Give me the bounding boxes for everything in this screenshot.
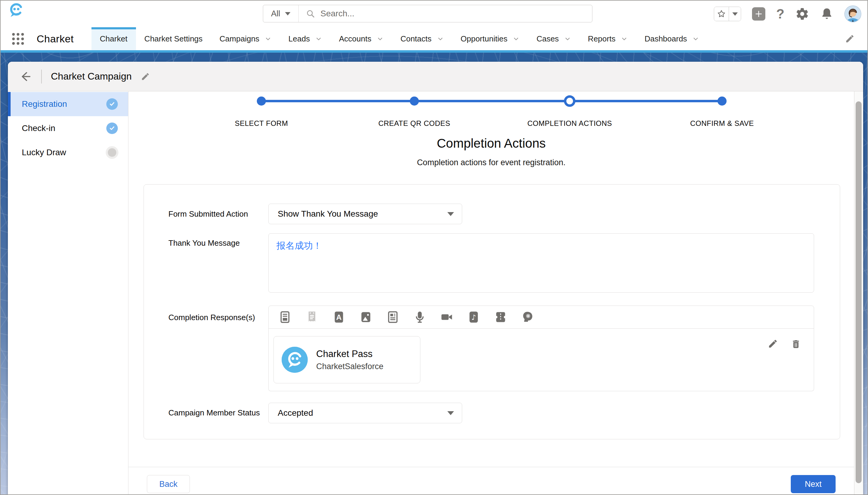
brand-strip xyxy=(1,50,867,53)
app-nav-bar: Charket Charket Charket Settings Campaig… xyxy=(1,27,867,50)
help-button[interactable]: ? xyxy=(776,7,784,21)
progress-stepper: SELECT FORM CREATE QR CODES COMPLETION A… xyxy=(128,91,854,134)
wizard-sidebar: Registration Check-in Lucky Draw xyxy=(8,91,128,495)
pencil-icon xyxy=(768,339,778,349)
sidebar-item-lucky-draw[interactable]: Lucky Draw xyxy=(8,140,128,165)
step-dot-completion-actions xyxy=(564,95,575,107)
notifications-button[interactable] xyxy=(820,7,834,21)
form-response-icon[interactable] xyxy=(278,310,292,324)
tab-charket[interactable]: Charket xyxy=(92,27,136,50)
app-name: Charket xyxy=(37,33,74,45)
campaign-member-status-select[interactable]: Accepted xyxy=(268,403,462,423)
trash-icon xyxy=(791,339,801,349)
video-response-icon[interactable] xyxy=(440,310,453,324)
response-item-title: Charket Pass xyxy=(316,348,383,359)
favorites-star-button[interactable] xyxy=(714,7,729,21)
chevron-down-icon[interactable] xyxy=(377,35,383,42)
chevron-down-icon[interactable] xyxy=(315,35,322,42)
divider xyxy=(41,70,42,84)
tab-contacts[interactable]: Contacts xyxy=(392,27,452,50)
search-input[interactable] xyxy=(321,9,585,18)
global-actions-button[interactable] xyxy=(752,7,765,21)
charket-logo-icon xyxy=(9,2,24,18)
sidebar-item-label: Check-in xyxy=(22,123,55,133)
tab-reports[interactable]: Reports xyxy=(579,27,636,50)
page-title: Charket Campaign xyxy=(51,71,132,82)
step-label: COMPLETION ACTIONS xyxy=(527,119,612,128)
delete-response-button[interactable] xyxy=(791,339,801,349)
svg-text:♪: ♪ xyxy=(471,313,476,322)
response-item-charket-pass[interactable]: Charket Pass CharketSalesforce xyxy=(274,336,420,383)
page-card: Charket Campaign Registration xyxy=(8,62,863,495)
check-circle-icon xyxy=(106,98,118,110)
back-button[interactable] xyxy=(19,70,32,83)
chevron-down-icon[interactable] xyxy=(564,35,571,42)
card-body: Registration Check-in Lucky Draw xyxy=(8,91,863,495)
completion-responses-label: Completion Response(s) xyxy=(168,313,255,322)
pencil-icon xyxy=(845,34,855,44)
app-launcher-icon[interactable] xyxy=(12,33,24,45)
header-actions: ? xyxy=(714,1,861,27)
tab-opportunities[interactable]: Opportunities xyxy=(452,27,528,50)
chevron-down-icon[interactable] xyxy=(437,35,444,42)
response-item-actions xyxy=(768,339,801,349)
search-input-wrap xyxy=(299,5,592,22)
tab-leads[interactable]: Leads xyxy=(280,27,330,50)
wizard-main: SELECT FORM CREATE QR CODES COMPLETION A… xyxy=(128,91,854,495)
sidebar-item-check-in[interactable]: Check-in xyxy=(8,116,128,140)
smart-reply-response-icon[interactable] xyxy=(521,310,534,324)
chevron-down-icon[interactable] xyxy=(513,35,520,42)
thank-you-message-label: Thank You Message xyxy=(168,238,240,248)
charket-pass-logo-icon xyxy=(282,347,308,373)
sidebar-item-label: Registration xyxy=(22,99,67,109)
step-dot-create-qr-codes xyxy=(410,97,419,106)
step-subtitle: Completion actions for event registratio… xyxy=(128,158,854,167)
chevron-down-icon[interactable] xyxy=(692,35,699,42)
chevron-down-icon[interactable] xyxy=(621,35,627,42)
music-response-icon[interactable]: ♪ xyxy=(467,310,480,324)
edit-response-button[interactable] xyxy=(768,339,778,349)
scrollbar-thumb[interactable] xyxy=(856,101,862,483)
coupon-response-icon[interactable] xyxy=(494,310,507,324)
tab-dashboards[interactable]: Dashboards xyxy=(636,27,707,50)
sidebar-item-registration[interactable]: Registration xyxy=(8,92,128,116)
step-label: SELECT FORM xyxy=(235,119,288,128)
article-response-icon[interactable] xyxy=(386,310,399,324)
chevron-down-icon[interactable] xyxy=(265,35,272,42)
setup-button[interactable] xyxy=(795,7,809,21)
step-dot-confirm-save xyxy=(718,97,726,106)
receipt-response-icon[interactable] xyxy=(305,310,318,324)
favorites-button-group xyxy=(714,7,741,21)
tab-campaigns[interactable]: Campaigns xyxy=(211,27,280,50)
audio-response-icon[interactable] xyxy=(413,310,426,324)
completion-actions-form: Form Submitted Action Show Thank You Mes… xyxy=(144,184,840,439)
user-avatar[interactable] xyxy=(845,5,861,22)
back-step-button[interactable]: Back xyxy=(147,475,190,493)
tab-accounts[interactable]: Accounts xyxy=(330,27,392,50)
edit-title-button[interactable] xyxy=(141,72,150,81)
form-submitted-action-select[interactable]: Show Thank You Message xyxy=(268,204,462,224)
edit-nav-button[interactable] xyxy=(845,34,855,44)
pencil-icon xyxy=(141,72,150,81)
sidebar-item-label: Lucky Draw xyxy=(22,148,66,157)
response-item-subtitle: CharketSalesforce xyxy=(316,362,383,371)
next-step-button[interactable]: Next xyxy=(791,475,836,493)
svg-text:A: A xyxy=(336,313,342,321)
form-submitted-action-value: Show Thank You Message xyxy=(278,209,378,219)
step-label: CONFIRM & SAVE xyxy=(690,119,754,128)
scrollbar-track[interactable] xyxy=(854,91,863,495)
search-scope-button[interactable]: All xyxy=(263,5,299,22)
image-response-icon[interactable] xyxy=(359,310,373,324)
tab-charket-settings[interactable]: Charket Settings xyxy=(136,27,211,50)
favorites-dropdown-button[interactable] xyxy=(729,7,741,21)
search-scope-label: All xyxy=(271,9,280,18)
tab-cases[interactable]: Cases xyxy=(528,27,579,50)
question-mark-icon: ? xyxy=(776,6,784,21)
bell-icon xyxy=(820,7,834,21)
response-item-text: Charket Pass CharketSalesforce xyxy=(316,348,383,371)
step-label: CREATE QR CODES xyxy=(378,119,451,128)
chevron-down-icon xyxy=(732,12,738,16)
text-response-icon[interactable]: A xyxy=(332,310,346,324)
thank-you-message-input[interactable]: 报名成功！ xyxy=(268,233,814,293)
plus-icon xyxy=(754,10,763,18)
